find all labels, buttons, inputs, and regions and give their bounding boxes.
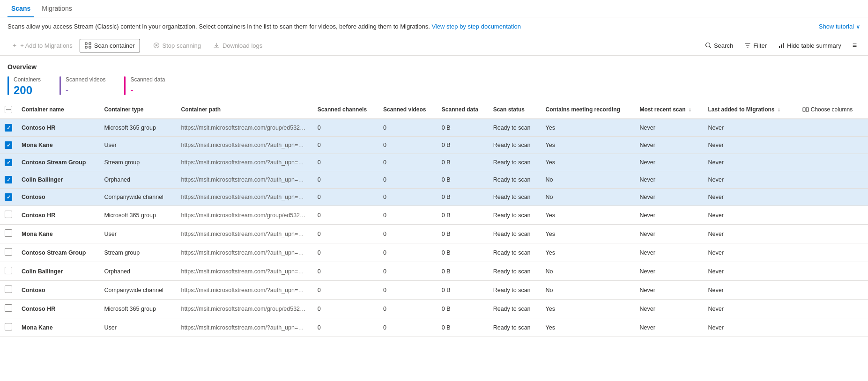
contains-meeting-cell: No (541, 262, 635, 281)
row-checkbox-cell[interactable] (0, 225, 17, 243)
container-type-cell: Orphaned (99, 262, 176, 281)
check-mark-icon: ✓ (7, 194, 11, 200)
row-checkbox-cell[interactable] (0, 206, 17, 225)
select-all-checkbox[interactable]: — (5, 106, 12, 113)
row-checkbox-cell[interactable] (0, 300, 17, 318)
row-checkbox[interactable] (5, 286, 12, 293)
row-checkbox-cell[interactable]: ✓ (0, 171, 17, 189)
add-migrations-button[interactable]: + + Add to Migrations (7, 38, 78, 52)
tab-migrations[interactable]: Migrations (38, 0, 76, 17)
scanned-channels-cell: 0 (313, 318, 378, 337)
more-icon: ≡ (853, 42, 857, 49)
contains-meeting-cell: Yes (541, 206, 635, 225)
table-row[interactable]: ✓Colin BallingerOrphanedhttps://msit.mic… (0, 171, 868, 189)
download-logs-button[interactable]: Download logs (208, 39, 267, 52)
most-recent-scan-cell: Never (635, 137, 703, 154)
container-path-cell: https://msit.microsoftstream.com/group/e… (176, 206, 312, 225)
svg-rect-7 (779, 46, 780, 48)
table-body: ✓Contoso HRMicrosoft 365 grouphttps://ms… (0, 119, 868, 337)
table-row[interactable]: Contoso HRMicrosoft 365 grouphttps://msi… (0, 300, 868, 318)
scanned-data-cell: 0 B (437, 189, 489, 206)
container-name-cell: Contoso Stream Group (17, 154, 99, 171)
row-checkbox[interactable] (5, 211, 12, 218)
row-checkbox[interactable] (5, 229, 12, 237)
table-row[interactable]: Contoso Stream GroupStream grouphttps://… (0, 243, 868, 262)
scan-status-cell: Ready to scan (489, 281, 541, 300)
scan-status-cell: Ready to scan (489, 189, 541, 206)
more-options-button[interactable]: ≡ (849, 39, 861, 52)
show-tutorial-link[interactable]: Show tutorial ∨ (819, 23, 861, 30)
scanned-videos-cell: 0 (378, 243, 437, 262)
container-name-cell: Contoso Stream Group (17, 243, 99, 262)
row-checkbox[interactable]: ✓ (5, 176, 12, 183)
chart-icon (778, 42, 785, 49)
stop-scanning-button[interactable]: Stop scanning (148, 39, 206, 52)
header-last-added[interactable]: Last added to Migrations ↓ (704, 101, 795, 119)
filter-button[interactable]: Filter (741, 39, 771, 52)
row-checkbox[interactable]: ✓ (5, 141, 12, 149)
toolbar: + + Add to Migrations Scan container Sto… (0, 36, 868, 56)
last-added-cell: Never (704, 225, 795, 243)
table-row[interactable]: ContosoCompanywide channelhttps://msit.m… (0, 281, 868, 300)
container-type-cell: User (99, 225, 176, 243)
scanned-videos-cell: 0 (378, 171, 437, 189)
header-most-recent-scan[interactable]: Most recent scan ↓ (635, 101, 703, 119)
row-checkbox-cell[interactable]: ✓ (0, 189, 17, 206)
tab-scans[interactable]: Scans (7, 0, 34, 17)
header-choose-columns[interactable]: Choose columns (795, 101, 868, 119)
most-recent-scan-cell: Never (635, 119, 703, 137)
contains-meeting-cell: Yes (541, 243, 635, 262)
table-row[interactable]: Contoso HRMicrosoft 365 grouphttps://msi… (0, 206, 868, 225)
row-checkbox[interactable] (5, 248, 12, 256)
most-recent-scan-cell: Never (635, 189, 703, 206)
scanned-channels-cell: 0 (313, 243, 378, 262)
scanned-data-cell: 0 B (437, 281, 489, 300)
row-checkbox-cell[interactable] (0, 243, 17, 262)
header-container-name: Container name (17, 101, 99, 119)
container-name-cell: Colin Ballinger (17, 171, 99, 189)
containers-label: Containers (14, 76, 41, 83)
row-checkbox-cell[interactable]: ✓ (0, 119, 17, 137)
empty-col (795, 318, 868, 337)
card-scanned-data: Scanned data - (124, 76, 165, 97)
row-checkbox[interactable] (5, 267, 12, 274)
svg-rect-5 (156, 44, 157, 46)
hide-table-summary-button[interactable]: Hide table summary (774, 39, 845, 52)
check-mark-icon: ✓ (7, 177, 11, 183)
row-checkbox[interactable]: ✓ (5, 159, 12, 166)
table-row[interactable]: ✓ContosoCompanywide channelhttps://msit.… (0, 189, 868, 206)
row-checkbox-cell[interactable] (0, 262, 17, 281)
scan-container-button[interactable]: Scan container (80, 39, 140, 52)
table-row[interactable]: ✓Contoso Stream GroupStream grouphttps:/… (0, 154, 868, 171)
empty-col (795, 262, 868, 281)
table-row[interactable]: Colin BallingerOrphanedhttps://msit.micr… (0, 262, 868, 281)
table-row[interactable]: ✓Contoso HRMicrosoft 365 grouphttps://ms… (0, 119, 868, 137)
row-checkbox[interactable] (5, 304, 12, 312)
check-mark-icon: ✓ (7, 160, 11, 166)
choose-columns-button[interactable]: Choose columns (800, 104, 855, 115)
table-row[interactable]: Mona KaneUserhttps://msit.microsoftstrea… (0, 318, 868, 337)
row-checkbox-cell[interactable] (0, 281, 17, 300)
row-checkbox-cell[interactable] (0, 318, 17, 337)
docs-link[interactable]: View step by step documentation (431, 23, 521, 30)
row-checkbox[interactable]: ✓ (5, 193, 12, 201)
row-checkbox-cell[interactable]: ✓ (0, 137, 17, 154)
container-name-cell: Contoso HR (17, 300, 99, 318)
table-row[interactable]: Mona KaneUserhttps://msit.microsoftstrea… (0, 225, 868, 243)
last-added-cell: Never (704, 189, 795, 206)
svg-rect-9 (783, 43, 784, 48)
svg-rect-1 (89, 43, 91, 44)
search-button[interactable]: Search (701, 39, 737, 52)
scanned-videos-cell: 0 (378, 281, 437, 300)
header-checkbox-col[interactable]: — (0, 101, 17, 119)
last-added-cell: Never (704, 281, 795, 300)
container-name-cell: Contoso HR (17, 119, 99, 137)
containers-value: 200 (14, 84, 41, 97)
scanned-channels-cell: 0 (313, 262, 378, 281)
row-checkbox[interactable]: ✓ (5, 124, 12, 132)
last-added-cell: Never (704, 119, 795, 137)
row-checkbox-cell[interactable]: ✓ (0, 154, 17, 171)
row-checkbox[interactable] (5, 323, 12, 330)
toolbar-separator-1 (144, 41, 144, 50)
table-row[interactable]: ✓Mona KaneUserhttps://msit.microsoftstre… (0, 137, 868, 154)
